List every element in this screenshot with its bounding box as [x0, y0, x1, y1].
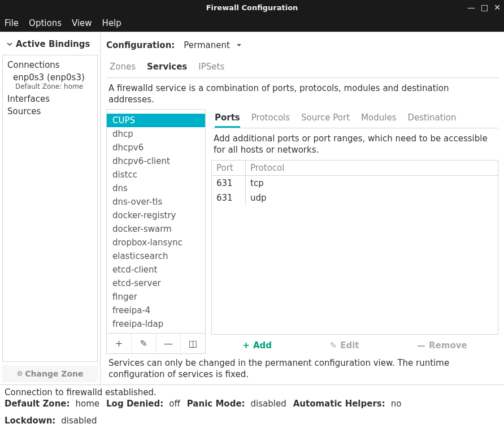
- service-item[interactable]: dhcp: [107, 127, 205, 141]
- chevron-down-icon: [7, 41, 12, 47]
- service-item[interactable]: freeipa-ldap: [107, 317, 205, 331]
- close-icon[interactable]: ✕: [494, 1, 501, 14]
- main-tabs: Zones Services IPSets: [106, 59, 498, 78]
- active-bindings-header[interactable]: Active Bindings: [2, 37, 98, 55]
- defaults-icon: ◫: [189, 338, 197, 349]
- tree-connections[interactable]: Connections: [5, 59, 95, 71]
- status-default-zone-val: home: [70, 399, 100, 409]
- dtab-source-port[interactable]: Source Port: [301, 109, 350, 128]
- tree-connection-item[interactable]: enp0s3 (enp0s3): [5, 71, 95, 83]
- dtab-destination[interactable]: Destination: [407, 109, 456, 128]
- cell-port: 631: [212, 176, 246, 191]
- services-footnote: Services can only be changed in the perm…: [106, 354, 498, 383]
- service-item[interactable]: dropbox-lansync: [107, 236, 205, 249]
- tab-services[interactable]: Services: [147, 62, 187, 74]
- cell-protocol: tcp: [246, 176, 268, 191]
- change-zone-button[interactable]: ⚙ Change Zone: [2, 365, 98, 382]
- service-item[interactable]: docker-swarm: [107, 222, 205, 236]
- services-description: A firewalld service is a combination of …: [106, 78, 498, 109]
- menubar: File Options View Help: [0, 15, 504, 32]
- service-item[interactable]: dns: [107, 181, 205, 195]
- port-remove-label: Remove: [429, 340, 467, 351]
- service-item[interactable]: finger: [107, 290, 205, 304]
- left-panel: Active Bindings Connections enp0s3 (enp0…: [0, 32, 101, 384]
- status-panic-key: Panic Mode:: [187, 399, 245, 409]
- maximize-icon[interactable]: □: [481, 1, 488, 14]
- status-auto-val: no: [385, 399, 402, 409]
- dtab-modules[interactable]: Modules: [361, 109, 396, 128]
- table-row[interactable]: 631udp: [212, 191, 498, 205]
- service-remove-button[interactable]: —: [156, 334, 181, 353]
- col-protocol[interactable]: Protocol: [246, 161, 289, 175]
- pencil-icon: ✎: [140, 338, 147, 349]
- minimize-icon[interactable]: —: [467, 1, 475, 14]
- service-item[interactable]: docker-registry: [107, 209, 205, 222]
- service-edit-button[interactable]: ✎: [131, 334, 156, 353]
- port-add-label: Add: [253, 340, 272, 351]
- menu-view[interactable]: View: [72, 18, 92, 28]
- service-item[interactable]: ctdb: [107, 109, 205, 114]
- statusbar: Connection to firewalld established. Def…: [0, 384, 504, 428]
- right-panel: Configuration: Permanent Zones Services …: [101, 32, 504, 384]
- plus-icon: +: [242, 340, 250, 351]
- minus-icon: —: [417, 340, 425, 351]
- service-item[interactable]: etcd-server: [107, 276, 205, 290]
- status-panic-val: disabled: [245, 399, 286, 409]
- dtab-protocols[interactable]: Protocols: [251, 109, 290, 128]
- status-lockdown-val: disabled: [55, 416, 97, 426]
- port-add-button[interactable]: +Add: [242, 340, 272, 351]
- status-log-denied-key: Log Denied:: [106, 399, 163, 409]
- service-item[interactable]: CUPS: [107, 114, 205, 127]
- tree-interfaces[interactable]: Interfaces: [5, 93, 95, 105]
- service-item[interactable]: freeipa-4: [107, 304, 205, 317]
- configuration-dropdown[interactable]: Permanent: [181, 39, 245, 51]
- plus-icon: +: [115, 338, 123, 349]
- service-defaults-button[interactable]: ◫: [180, 334, 205, 353]
- status-connection: Connection to firewalld established.: [5, 387, 499, 397]
- service-item[interactable]: dns-over-tls: [107, 195, 205, 209]
- configuration-value: Permanent: [184, 40, 230, 50]
- bindings-tree[interactable]: Connections enp0s3 (enp0s3) Default Zone…: [2, 55, 98, 362]
- status-default-zone-key: Default Zone:: [5, 399, 70, 409]
- active-bindings-label: Active Bindings: [16, 39, 90, 49]
- port-remove-button[interactable]: —Remove: [417, 340, 467, 351]
- col-port[interactable]: Port: [212, 161, 246, 175]
- change-zone-label: Change Zone: [25, 369, 83, 378]
- service-item[interactable]: dhcpv6: [107, 141, 205, 154]
- cell-protocol: udp: [246, 191, 271, 205]
- status-lockdown-key: Lockdown:: [5, 416, 55, 426]
- services-toolbar: + ✎ — ◫: [106, 334, 206, 354]
- table-row[interactable]: 631tcp: [212, 176, 498, 191]
- detail-tabs: Ports Protocols Source Port Modules Dest…: [211, 109, 498, 128]
- cell-port: 631: [212, 191, 246, 205]
- tree-sources[interactable]: Sources: [5, 105, 95, 118]
- pencil-icon: ✎: [330, 340, 337, 351]
- configuration-label: Configuration:: [106, 40, 175, 50]
- menu-help[interactable]: Help: [102, 18, 121, 28]
- ports-description: Add additional ports or port ranges, whi…: [211, 128, 498, 161]
- dropdown-arrow-icon: [236, 42, 242, 49]
- menu-options[interactable]: Options: [29, 18, 62, 28]
- status-log-denied-val: off: [163, 399, 180, 409]
- ports-table[interactable]: Port Protocol 631tcp631udp: [211, 160, 498, 335]
- port-edit-label: Edit: [340, 340, 359, 351]
- services-list[interactable]: ctdbCUPSdhcpdhcpv6dhcpv6-clientdistccdns…: [106, 109, 206, 334]
- service-item[interactable]: distcc: [107, 168, 205, 181]
- service-item[interactable]: dhcpv6-client: [107, 154, 205, 168]
- tab-ipsets[interactable]: IPSets: [198, 62, 224, 74]
- service-item[interactable]: etcd-client: [107, 263, 205, 276]
- minus-icon: —: [164, 338, 173, 349]
- dtab-ports[interactable]: Ports: [215, 109, 240, 128]
- service-item[interactable]: elasticsearch: [107, 249, 205, 263]
- status-auto-key: Automatic Helpers:: [293, 399, 385, 409]
- port-edit-button[interactable]: ✎Edit: [330, 340, 359, 351]
- service-add-button[interactable]: +: [107, 334, 131, 353]
- gear-icon: ⚙: [16, 370, 23, 378]
- menu-file[interactable]: File: [5, 18, 19, 28]
- tree-connection-note: Default Zone: home: [5, 83, 95, 93]
- titlebar: Firewall Configuration — □ ✕: [0, 0, 504, 15]
- window-title: Firewall Configuration: [206, 3, 298, 12]
- tab-zones[interactable]: Zones: [110, 62, 136, 74]
